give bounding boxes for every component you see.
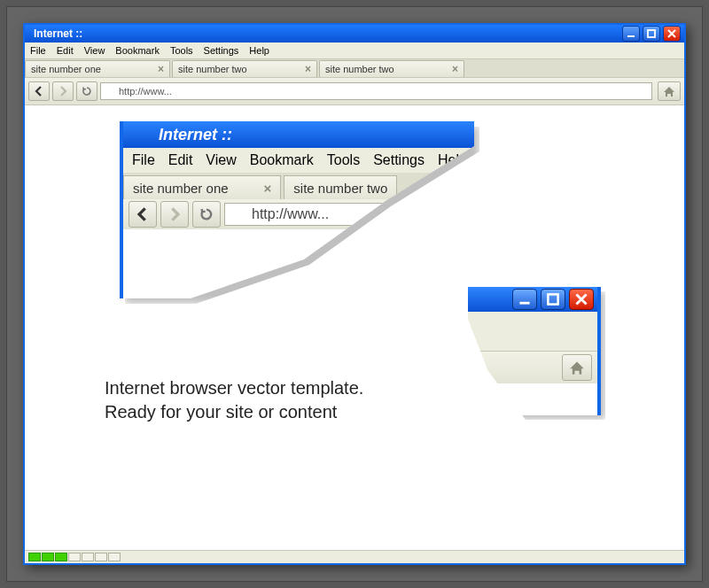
- menu-edit[interactable]: Edit: [51, 44, 79, 57]
- tab-close-icon[interactable]: ×: [154, 63, 164, 75]
- minimize-icon: [518, 293, 531, 306]
- zoom1-menu-help: Help: [438, 152, 467, 168]
- zoom1-menu-bar: File Edit View Bookmark Tools Settings H…: [123, 148, 474, 173]
- reload-button[interactable]: [76, 81, 97, 101]
- zoom1-menu-settings: Settings: [373, 152, 425, 168]
- tab-label: site number one: [31, 64, 154, 74]
- zoom1-tabs: site number one × site number two: [123, 173, 474, 199]
- status-seg-7: [108, 553, 121, 561]
- tab-close-icon[interactable]: ×: [448, 63, 458, 75]
- zoom1-address-bar: http://www...: [224, 203, 469, 226]
- reload-icon: [199, 207, 214, 221]
- back-button[interactable]: [28, 81, 50, 101]
- svg-rect-2: [519, 302, 529, 305]
- window-title: Internet ::: [34, 27, 82, 40]
- menu-file[interactable]: File: [25, 44, 51, 57]
- menu-view[interactable]: View: [79, 44, 111, 57]
- tab-close-icon[interactable]: ×: [301, 63, 311, 75]
- promo-text-line2: Ready for your site or content: [105, 400, 363, 424]
- promo-text-line1: Internet browser vector template.: [105, 376, 363, 400]
- zoom2-maximize-button: [541, 289, 565, 310]
- zoom1-tab-label: site number one: [133, 181, 229, 196]
- reload-icon: [82, 86, 92, 97]
- minimize-button[interactable]: [622, 26, 640, 42]
- back-arrow-icon: [136, 207, 150, 221]
- title-bar[interactable]: Internet ::: [25, 25, 684, 43]
- zoom1-forward-button: [160, 201, 189, 228]
- tab-1[interactable]: site number one ×: [25, 60, 170, 77]
- home-icon: [569, 360, 585, 375]
- zoom2-title-bar: [468, 287, 597, 312]
- tab-bar: site number one × site number two × site…: [25, 59, 684, 77]
- zoom1-toolbar: http://www...: [123, 199, 474, 229]
- zoom2-home-button: [562, 354, 592, 381]
- back-arrow-icon: [34, 86, 44, 97]
- tab-label: site number two: [325, 64, 448, 74]
- zoom1-back-button: [129, 201, 157, 228]
- forward-button[interactable]: [52, 81, 74, 101]
- tab-3[interactable]: site number two ×: [319, 60, 464, 77]
- tab-label: site number two: [178, 64, 301, 74]
- promo-text: Internet browser vector template. Ready …: [105, 376, 363, 424]
- zoom1-menu-edit: Edit: [168, 152, 193, 168]
- zoom-detail-top-left: Internet :: File Edit View Bookmark Tool…: [120, 121, 474, 298]
- forward-arrow-icon: [168, 207, 182, 221]
- tab-2[interactable]: site number two ×: [172, 60, 317, 77]
- maximize-icon: [647, 29, 656, 38]
- zoom1-menu-file: File: [132, 152, 155, 168]
- maximize-button[interactable]: [643, 26, 660, 42]
- menu-bar: File Edit View Bookmark Tools Settings H…: [25, 43, 684, 59]
- home-icon: [663, 85, 675, 97]
- zoom1-title-bar: Internet ::: [123, 121, 474, 148]
- page-content: Internet :: File Edit View Bookmark Tool…: [25, 105, 684, 550]
- close-icon: [575, 293, 588, 306]
- close-button[interactable]: [663, 26, 681, 42]
- zoom1-menu-view: View: [206, 152, 236, 168]
- home-button[interactable]: [658, 81, 681, 101]
- menu-bookmark[interactable]: Bookmark: [110, 44, 165, 57]
- minimize-icon: [627, 29, 635, 38]
- address-bar[interactable]: http://www...: [100, 82, 652, 100]
- status-seg-6: [95, 553, 107, 561]
- close-icon: [667, 29, 676, 38]
- status-seg-4: [68, 553, 81, 561]
- zoom1-tab-2: site number two: [284, 175, 397, 199]
- zoom1-tab-close-icon: ×: [264, 181, 272, 196]
- navigation-toolbar: http://www...: [25, 77, 684, 105]
- zoom1-tab-1: site number one ×: [123, 175, 281, 199]
- svg-rect-1: [648, 30, 655, 37]
- zoom1-title: Internet ::: [159, 126, 232, 144]
- menu-tools[interactable]: Tools: [165, 44, 199, 57]
- maximize-icon: [547, 293, 559, 306]
- status-bar: [25, 550, 684, 563]
- svg-rect-3: [548, 294, 557, 304]
- svg-rect-0: [627, 35, 635, 37]
- status-seg-3: [55, 553, 67, 561]
- zoom-detail-top-right: [468, 287, 601, 415]
- forward-arrow-icon: [58, 86, 68, 97]
- status-seg-5: [82, 553, 94, 561]
- zoom1-reload-button: [192, 201, 221, 228]
- status-seg-1: [28, 553, 41, 561]
- zoom2-minimize-button: [512, 289, 537, 310]
- backdrop: Internet :: File Edit View Bookmark Tool…: [6, 6, 703, 582]
- zoom2-close-button: [569, 289, 594, 310]
- zoom1-menu-bookmark: Bookmark: [250, 152, 314, 168]
- menu-settings[interactable]: Settings: [199, 44, 245, 57]
- browser-window: Internet :: File Edit View Bookmark Tool…: [23, 23, 686, 565]
- menu-help[interactable]: Help: [244, 44, 275, 57]
- zoom1-menu-tools: Tools: [327, 152, 360, 168]
- zoom1-tab-label: site number two: [293, 181, 387, 196]
- status-seg-2: [42, 553, 54, 561]
